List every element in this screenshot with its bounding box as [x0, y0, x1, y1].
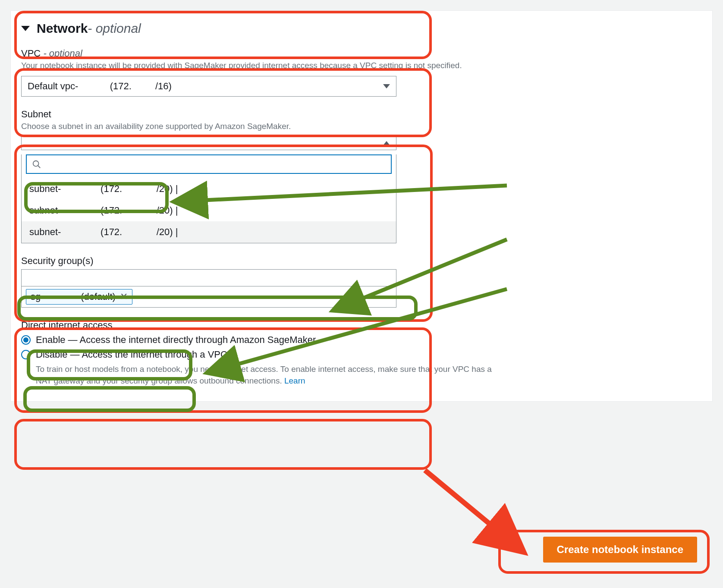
vpc-optional: - optional: [43, 48, 82, 59]
sg-token-label: sg- (default): [31, 291, 116, 302]
sg-label: Security group(s): [21, 255, 702, 267]
dia-help: To train or host models from a notebook,…: [21, 364, 496, 387]
sg-field: Security group(s) sg- (default) ✕: [21, 255, 702, 308]
vpc-select[interactable]: Default vpc- (172. /16): [21, 76, 396, 97]
dia-field: Direct internet access Enable — Access t…: [21, 320, 702, 387]
vpc-field: VPC - optional Your notebook instance wi…: [21, 48, 702, 97]
vpc-value: Default vpc- (172. /16): [28, 81, 172, 92]
dia-disable-label: Disable — Access the internet through a …: [36, 349, 227, 360]
subnet-select[interactable]: [21, 136, 396, 150]
dia-disable-row[interactable]: Disable — Access the internet through a …: [21, 349, 702, 360]
radio-selected-icon: [21, 335, 31, 345]
section-title: Network: [37, 21, 88, 36]
dia-label: Direct internet access: [21, 320, 702, 331]
sg-token-box: sg- (default) ✕: [21, 286, 396, 308]
caret-down-icon: [21, 26, 30, 31]
annotation-red-dia: [14, 419, 432, 470]
network-section-header[interactable]: Network - optional: [21, 21, 702, 36]
close-icon[interactable]: ✕: [120, 291, 128, 302]
chevron-up-icon: [383, 141, 390, 145]
subnet-field: Subnet Choose a subnet in an availabilit…: [21, 109, 702, 244]
chevron-down-icon: [383, 84, 390, 88]
subnet-label: Subnet: [21, 109, 702, 120]
learn-link[interactable]: Learn: [284, 376, 305, 385]
vpc-help: Your notebook instance will be provided …: [21, 60, 702, 72]
sg-token: sg- (default) ✕: [26, 289, 132, 305]
svg-point-0: [33, 160, 39, 166]
dia-enable-label: Enable — Access the internet directly th…: [36, 334, 316, 346]
dia-enable-row[interactable]: Enable — Access the internet directly th…: [21, 334, 702, 346]
radio-icon: [21, 350, 31, 359]
create-notebook-button[interactable]: Create notebook instance: [543, 537, 697, 563]
subnet-dropdown: subnet- (172. /20) | subnet- (172. /20) …: [21, 154, 396, 243]
vpc-label: VPC: [21, 48, 41, 59]
subnet-option-2[interactable]: subnet- (172. /20) |: [22, 221, 396, 243]
section-optional: - optional: [88, 21, 141, 36]
sg-select[interactable]: [21, 269, 396, 286]
subnet-option-0[interactable]: subnet- (172. /20) |: [22, 178, 396, 200]
search-icon: [32, 160, 41, 169]
subnet-help: Choose a subnet in an availability zone …: [21, 121, 702, 132]
subnet-search-input[interactable]: [45, 159, 386, 170]
svg-line-1: [38, 165, 41, 168]
subnet-option-1[interactable]: subnet- (172. /20) |: [22, 200, 396, 221]
subnet-search-row: [26, 154, 392, 174]
svg-line-5: [425, 470, 500, 533]
